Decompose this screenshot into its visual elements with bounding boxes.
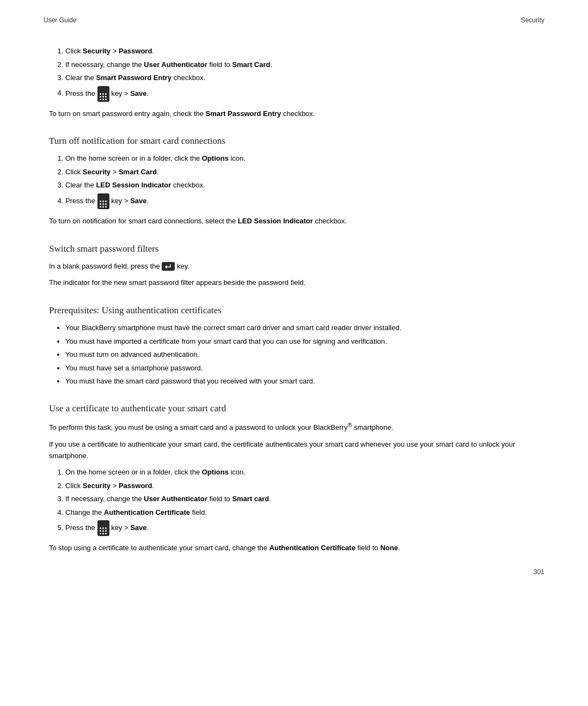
page-number: 301 bbox=[534, 568, 544, 576]
section4-note: To stop using a certificate to authentic… bbox=[49, 543, 539, 554]
list-item: Clear the Smart Password Entry checkbox. bbox=[65, 72, 539, 83]
bold-text: Smart Card bbox=[232, 60, 270, 69]
bold-text: Authentication Certificate bbox=[104, 508, 190, 516]
list-item: You must turn on advanced authentication… bbox=[65, 349, 539, 360]
intro-note: To turn on smart password entry again, c… bbox=[49, 108, 539, 120]
section1-steps-list: On the home screen or in a folder, click… bbox=[65, 153, 539, 209]
bold-text: LED Session Indicator bbox=[96, 181, 171, 189]
list-item: Press the key > Save. bbox=[65, 520, 539, 536]
bold-text: Options bbox=[202, 154, 229, 162]
enter-arrow-svg bbox=[164, 263, 172, 270]
bold-text: LED Session Indicator bbox=[238, 217, 313, 225]
key-dots bbox=[100, 200, 107, 208]
bold-text: Smart Card bbox=[119, 168, 157, 176]
section2-paragraph2: The indicator for the new smart password… bbox=[49, 277, 539, 289]
list-item: Click Security > Smart Card. bbox=[65, 167, 539, 178]
section2-heading: Switch smart password filters bbox=[49, 244, 539, 254]
registered-superscript: ® bbox=[347, 422, 352, 428]
list-item: You must have imported a certificate fro… bbox=[65, 336, 539, 347]
bold-text: Save bbox=[130, 197, 146, 205]
bold-text: Save bbox=[130, 524, 146, 532]
page-content: Click Security > Password. If necessary,… bbox=[44, 46, 544, 554]
bold-text: Security bbox=[83, 47, 111, 55]
bold-text: Options bbox=[202, 468, 229, 476]
bold-text: Save bbox=[130, 89, 146, 97]
list-item: You must have set a smartphone password. bbox=[65, 363, 539, 374]
list-item: On the home screen or in a folder, click… bbox=[65, 467, 539, 478]
section3-bullets-list: Your BlackBerry smartphone must have the… bbox=[65, 322, 539, 387]
section4-paragraph2: If you use a certificate to authenticate… bbox=[49, 439, 539, 462]
section3-heading: Prerequisites: Using authentication cert… bbox=[49, 305, 539, 316]
bold-text: User Authenticator bbox=[144, 495, 207, 503]
section1-note: To turn on notification for smart card c… bbox=[49, 216, 539, 227]
intro-steps-list: Click Security > Password. If necessary,… bbox=[65, 46, 539, 102]
menu-key-icon bbox=[97, 86, 109, 102]
header-right: Security bbox=[521, 16, 544, 24]
list-item: Your BlackBerry smartphone must have the… bbox=[65, 322, 539, 333]
section4-steps-list: On the home screen or in a folder, click… bbox=[65, 467, 539, 536]
section1-heading: Turn off notification for smart card con… bbox=[49, 136, 539, 147]
bold-text: Smart Password Entry bbox=[206, 109, 281, 118]
bold-text: Authentication Certificate bbox=[270, 544, 356, 552]
enter-key-icon bbox=[162, 262, 175, 271]
list-item: Change the Authentication Certificate fi… bbox=[65, 507, 539, 518]
bold-text: Security bbox=[83, 168, 111, 176]
key-dots bbox=[100, 527, 107, 535]
header-left: User Guide bbox=[44, 16, 77, 24]
list-item: Press the key > Save. bbox=[65, 86, 539, 102]
menu-key-icon bbox=[97, 193, 109, 209]
list-item: On the home screen or in a folder, click… bbox=[65, 153, 539, 164]
list-item: Click Security > Password. bbox=[65, 480, 539, 491]
section4-paragraph1: To perform this task, you must be using … bbox=[49, 421, 539, 434]
section4-heading: Use a certificate to authenticate your s… bbox=[49, 403, 539, 414]
bold-text: Password bbox=[119, 482, 152, 490]
list-item: Click Security > Password. bbox=[65, 46, 539, 57]
list-item: Press the key > Save. bbox=[65, 193, 539, 209]
bold-text: Smart card bbox=[232, 495, 269, 503]
section2-paragraph1: In a blank password field, press the key… bbox=[49, 261, 539, 272]
list-item: You must have the smart card password th… bbox=[65, 376, 539, 387]
list-item: If necessary, change the User Authentica… bbox=[65, 59, 539, 70]
bold-text: Security bbox=[83, 482, 111, 490]
page-header: User Guide Security bbox=[44, 16, 544, 24]
page-container: User Guide Security Click Security > Pas… bbox=[0, 0, 588, 592]
bold-text: Smart Password Entry bbox=[96, 74, 171, 82]
list-item: Clear the LED Session Indicator checkbox… bbox=[65, 180, 539, 191]
menu-key-icon bbox=[97, 520, 109, 536]
list-item: If necessary, change the User Authentica… bbox=[65, 494, 539, 504]
bold-text: User Authenticator bbox=[144, 60, 207, 69]
key-dots bbox=[100, 93, 107, 101]
bold-text: None bbox=[380, 544, 398, 552]
bold-text: Password bbox=[119, 47, 152, 55]
